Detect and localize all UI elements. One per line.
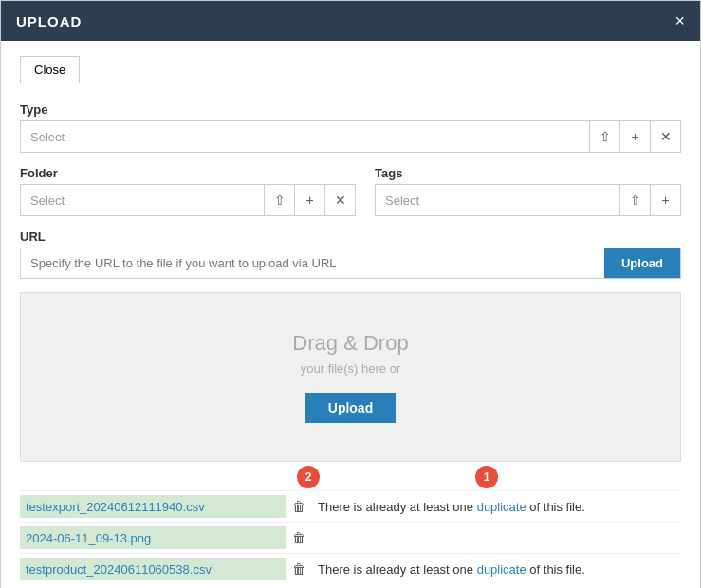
folder-clear-button[interactable]: ✕ [324,185,355,215]
tags-section: Tags Select ⇧ + [375,166,681,216]
file-delete-button[interactable]: 🗑 [286,561,312,577]
file-row: testproduct_20240611060538.csv🗑There is … [20,553,681,584]
badges-container: 2 1 [20,477,681,490]
file-row: 2024-06-11_09-13.png🗑 [20,522,681,553]
files-section: 2 1 testexport_20240612111940.csv🗑There … [20,477,681,584]
duplicate-link[interactable]: duplicate [477,500,526,514]
modal-close-x-button[interactable]: × [674,12,685,29]
badge-2: 2 [297,466,320,488]
dropzone: Drag & Drop your file(s) here or Upload [20,292,681,462]
dropzone-title: Drag & Drop [40,331,661,356]
tags-add-button[interactable]: + [650,185,680,215]
tags-input-group: Select ⇧ + [375,184,681,216]
dropzone-subtitle: your file(s) here or [40,361,661,376]
file-message: There is already at least one duplicate … [312,562,681,577]
modal-header: UPLOAD × [1,1,700,41]
folder-select[interactable]: Select [21,187,264,214]
modal-body: Close Type Select ⇧ + ✕ Folder Select [1,41,700,588]
type-input-group: Select ⇧ + ✕ [20,120,681,153]
badge-1: 1 [475,466,498,488]
file-delete-button[interactable]: 🗑 [286,530,312,545]
duplicate-link[interactable]: duplicate [477,562,526,577]
file-name-link[interactable]: 2024-06-11_09-13.png [26,531,151,545]
folder-label: Folder [20,166,356,180]
file-name-cell: testexport_20240612111940.csv [20,495,286,518]
type-chevron-up-button[interactable]: ⇧ [589,121,619,152]
upload-modal: UPLOAD × Close Type Select ⇧ + ✕ Folder [0,0,701,588]
type-section: Type Select ⇧ + ✕ [20,102,681,153]
file-name-cell: 2024-06-11_09-13.png [20,526,286,549]
url-label: URL [20,230,681,244]
dropzone-upload-button[interactable]: Upload [305,393,396,423]
folder-add-button[interactable]: + [294,185,324,215]
file-row: testexport_20240612111940.csv🗑There is a… [20,490,681,522]
file-name-cell: testproduct_20240611060538.csv [20,558,286,580]
file-name-link[interactable]: testproduct_20240611060538.csv [26,562,212,577]
folder-section: Folder Select ⇧ + ✕ [20,166,356,216]
folder-tags-row: Folder Select ⇧ + ✕ Tags Select ⇧ [20,166,681,216]
url-upload-button[interactable]: Upload [604,248,680,278]
folder-input-group: Select ⇧ + ✕ [20,184,356,216]
close-button[interactable]: Close [20,56,80,83]
tags-select-placeholder: Select [385,193,419,208]
tags-select[interactable]: Select [376,187,619,214]
type-label: Type [20,102,681,117]
folder-select-placeholder: Select [30,193,65,208]
folder-chevron-up-button[interactable]: ⇧ [264,185,294,215]
type-add-button[interactable]: + [619,121,650,152]
file-message: There is already at least one duplicate … [312,500,681,514]
file-name-link[interactable]: testexport_20240612111940.csv [26,500,205,514]
file-rows: testexport_20240612111940.csv🗑There is a… [20,490,681,584]
file-delete-button[interactable]: 🗑 [286,499,312,514]
url-section: URL Upload [20,230,681,279]
type-select-placeholder: Select [30,130,65,144]
tags-chevron-up-button[interactable]: ⇧ [619,185,650,215]
url-input[interactable] [21,248,604,278]
type-select[interactable]: Select [21,123,589,151]
modal-title: UPLOAD [16,13,82,29]
tags-label: Tags [375,166,681,180]
type-clear-button[interactable]: ✕ [650,121,680,152]
url-input-group: Upload [20,248,681,279]
